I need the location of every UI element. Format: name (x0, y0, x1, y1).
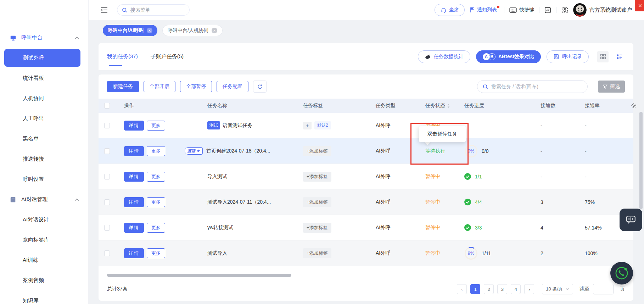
account-menu[interactable]: 官方系统测试账户 (573, 3, 638, 17)
sidebar-item-test-outcall[interactable]: 测试外呼 (4, 49, 80, 67)
task-config-button[interactable]: 任务配置 (217, 81, 248, 92)
menu-search-input[interactable] (130, 7, 180, 13)
more-button[interactable]: 更多 (147, 146, 165, 156)
more-button[interactable]: 更多 (147, 197, 165, 207)
breadcrumb-tag-ai-call[interactable]: 呼叫中台/AI呼叫 × (103, 25, 157, 36)
add-tag-button[interactable]: +添加标签 (303, 146, 331, 156)
task-tag[interactable]: 默认2 (314, 121, 331, 129)
detail-button[interactable]: 详情 (124, 248, 144, 258)
tasks-table-card: 新建任务 全部开启 全部暂停 任务配置 筛选 操作 任务名称 任务标签 任务类型… (99, 74, 633, 301)
vertical-scrollbar[interactable] (639, 112, 643, 209)
add-tag-button[interactable]: +添加标签 (303, 172, 331, 182)
detail-button[interactable]: 详情 (124, 223, 144, 233)
sidebar-item-call-settings[interactable]: 呼叫设置 (0, 169, 88, 189)
page-button-3[interactable]: 3 (497, 284, 507, 294)
prev-page-button[interactable]: ‹ (457, 284, 467, 294)
window-chart-icon[interactable] (544, 7, 551, 13)
more-button[interactable]: 更多 (147, 121, 165, 131)
tab-active-underline (109, 65, 122, 66)
seat-button[interactable]: 坐席 (435, 4, 465, 16)
sidebar-item-knowledge-base[interactable]: 知识库 (0, 291, 88, 304)
table-row: 详情 更多 导入测试 +添加标签 AI外呼 暂停中 1/1 - - (99, 164, 633, 189)
corner-close-button[interactable]: × (635, 0, 644, 11)
task-search-input[interactable] (491, 84, 582, 89)
page-size-select[interactable]: 10 条/页 (542, 284, 573, 294)
view-toggle (597, 51, 625, 62)
sort-icon[interactable] (447, 104, 450, 108)
page-button-2[interactable]: 2 (484, 284, 494, 294)
pause-all-button[interactable]: 全部暂停 (180, 81, 212, 92)
add-tag-plus-button[interactable]: + (303, 122, 312, 129)
filter-button[interactable]: 筛选 (598, 81, 625, 93)
task-status[interactable]: 暂停中 (425, 250, 440, 256)
collapse-sidebar-icon[interactable] (100, 6, 108, 14)
refresh-button[interactable] (253, 81, 267, 93)
call-records-button[interactable]: 呼出记录 (547, 50, 589, 63)
progress-fraction: 3/3 (475, 225, 482, 231)
row-checkbox[interactable] (104, 199, 110, 205)
breadcrumb-tag-human-machine[interactable]: 呼叫中台/人机协同 × (162, 25, 223, 36)
start-all-button[interactable]: 全部开启 (144, 81, 175, 92)
tab-label: 子账户任务(5) (151, 53, 184, 60)
more-button[interactable]: 更多 (147, 172, 165, 182)
more-button[interactable]: 更多 (147, 223, 165, 233)
add-tag-button[interactable]: +添加标签 (303, 223, 331, 233)
progress-fraction: 4/4 (475, 199, 482, 205)
sidebar-group-ai-dialog[interactable]: AI对话管理 (0, 189, 88, 210)
sidebar-item-ai-training[interactable]: AI训练 (0, 250, 88, 270)
task-status[interactable]: 等待执行 (425, 148, 445, 154)
row-checkbox[interactable] (104, 250, 110, 256)
row-checkbox[interactable] (104, 123, 110, 128)
voice-message-fab[interactable] (620, 209, 642, 231)
connected-count: - (541, 148, 542, 154)
new-task-button[interactable]: 新建任务 (107, 81, 139, 92)
task-status[interactable]: 暂停中 (425, 199, 440, 205)
sidebar-item-case-audio[interactable]: 案例音频 (0, 270, 88, 291)
close-icon[interactable]: × (147, 28, 152, 33)
sidebar-item-blacklist[interactable]: 黑名单 (0, 129, 88, 149)
gear-icon[interactable] (631, 103, 637, 109)
shortcuts-button[interactable]: 快捷键 (509, 7, 534, 13)
jump-page-input[interactable] (593, 284, 614, 294)
screenshot-icon[interactable] (561, 7, 568, 13)
list-view-icon[interactable] (614, 51, 625, 62)
notifications-button[interactable]: 通知列表 (470, 7, 499, 13)
page-button-4[interactable]: 4 (511, 284, 521, 294)
connected-count: 3 (541, 199, 543, 205)
horizontal-scrollbar[interactable] (107, 274, 291, 277)
next-page-button[interactable]: › (524, 284, 534, 294)
add-tag-button[interactable]: +添加标签 (303, 197, 331, 207)
sidebar-item-ai-dialog-design[interactable]: AI对话设计 (0, 210, 88, 230)
more-button[interactable]: 更多 (147, 248, 165, 258)
col-action: 操作 (124, 103, 134, 109)
task-status[interactable]: 暂停中 (425, 225, 440, 231)
detail-button[interactable]: 详情 (124, 146, 144, 156)
select-all-checkbox[interactable] (104, 103, 110, 109)
tab-my-tasks[interactable]: 我的任务(37) (107, 43, 138, 70)
sidebar-item-stats-board[interactable]: 统计看板 (0, 68, 88, 88)
task-status[interactable]: 暂停中 (425, 173, 440, 180)
page-size-value: 10 条/页 (546, 286, 563, 292)
sidebar-item-human-machine[interactable]: 人机协同 (0, 88, 88, 109)
call-phone-fab[interactable] (610, 262, 633, 284)
detail-button[interactable]: 详情 (124, 197, 144, 207)
connected-count: 4 (541, 225, 543, 231)
sidebar-group-call-center[interactable]: 呼叫中台 (0, 28, 88, 48)
tasks-tabs-card: 我的任务(37) 子账户任务(5) 任务数据统计 AB ABtest效果对比 呼… (99, 43, 633, 70)
row-checkbox[interactable] (104, 174, 110, 179)
row-checkbox[interactable] (104, 148, 110, 154)
tab-subaccount-tasks[interactable]: 子账户任务(5) (151, 43, 184, 70)
abtest-compare-button[interactable]: AB ABtest效果对比 (476, 50, 541, 63)
page-button-1[interactable]: 1 (470, 284, 480, 294)
grid-view-icon[interactable] (597, 51, 609, 62)
task-data-stats-button[interactable]: 任务数据统计 (418, 50, 470, 63)
row-checkbox[interactable] (104, 225, 110, 231)
add-tag-button[interactable]: +添加标签 (303, 248, 331, 258)
close-icon[interactable]: × (212, 28, 217, 33)
connect-rate: 57.14% (585, 225, 601, 231)
sidebar-item-intent-tags[interactable]: 意向标签库 (0, 230, 88, 250)
detail-button[interactable]: 详情 (124, 121, 144, 131)
detail-button[interactable]: 详情 (124, 172, 144, 182)
sidebar-item-push-transfer[interactable]: 推送转接 (0, 149, 88, 169)
sidebar-item-manual-outcall[interactable]: 人工呼出 (0, 109, 88, 129)
